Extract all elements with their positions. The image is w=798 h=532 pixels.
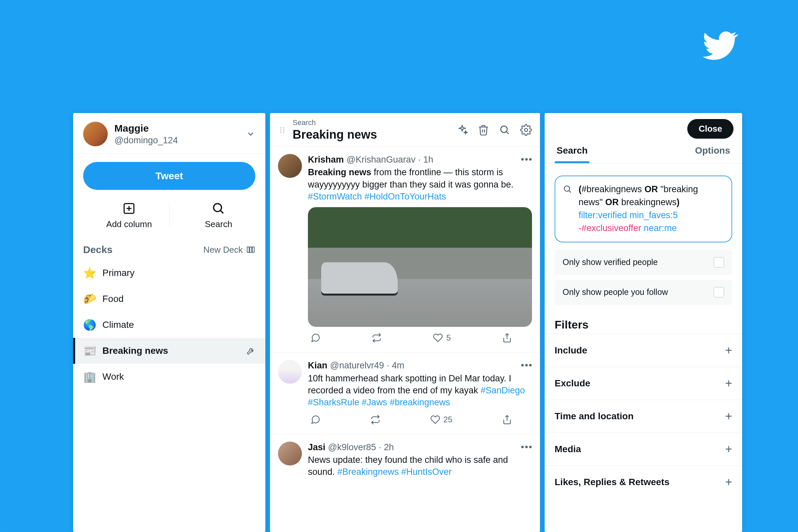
- filter-section-label: Include: [555, 345, 587, 356]
- filter-section-exclude[interactable]: Exclude +: [545, 367, 742, 400]
- search-query-input[interactable]: (#breakingnews OR "breaking news" OR bre…: [555, 175, 732, 242]
- retweet-button[interactable]: [372, 333, 382, 343]
- close-button[interactable]: Close: [687, 119, 734, 139]
- filter-section-time-location[interactable]: Time and location +: [545, 400, 742, 433]
- share-button[interactable]: [502, 415, 512, 424]
- search-icon[interactable]: [499, 124, 511, 136]
- deck-item-label: Primary: [102, 268, 134, 278]
- add-column-label: Add column: [107, 219, 152, 229]
- plus-icon: +: [725, 442, 732, 456]
- add-column-button[interactable]: Add column: [107, 201, 152, 229]
- more-icon[interactable]: •••: [521, 441, 533, 452]
- search-label: Search: [205, 219, 232, 229]
- svg-rect-6: [250, 247, 252, 252]
- search-icon: [211, 201, 226, 216]
- chevron-down-icon[interactable]: [246, 129, 255, 139]
- more-icon[interactable]: •••: [521, 360, 533, 370]
- office-icon: 🏢: [83, 370, 95, 383]
- filters-title: Filters: [545, 309, 742, 334]
- reply-button[interactable]: [310, 415, 321, 424]
- like-button[interactable]: 5: [433, 333, 451, 343]
- search-icon: [563, 184, 573, 194]
- gear-icon[interactable]: [520, 124, 532, 136]
- svg-point-3: [214, 204, 222, 211]
- filter-section-label: Exclude: [555, 378, 590, 389]
- tweet-actions: 25: [308, 408, 532, 431]
- share-button[interactable]: [502, 333, 512, 343]
- svg-line-20: [569, 191, 571, 192]
- deck-item-climate[interactable]: 🌎 Climate: [73, 312, 265, 338]
- filter-section-label: Media: [555, 444, 581, 455]
- deck-item-primary[interactable]: ⭐ Primary: [73, 260, 265, 286]
- profile-name: Maggie: [114, 123, 178, 134]
- tweet[interactable]: Krisham @KrishanGuarav · 1h Breaking new…: [270, 147, 540, 353]
- tweet-media-image[interactable]: [308, 207, 532, 327]
- tweet-text: 10ft hammerhead shark spotting in Del Ma…: [308, 373, 532, 408]
- toggle-verified-people[interactable]: Only show verified people: [555, 250, 732, 275]
- star-icon: ⭐: [83, 267, 95, 279]
- deck-item-work[interactable]: 🏢 Work: [73, 364, 265, 390]
- tab-search[interactable]: Search: [555, 142, 590, 163]
- tweet-text: News update: they found the child who is…: [308, 454, 532, 478]
- tweet[interactable]: Kian @naturelvr49 · 4m 10ft hammerhead s…: [270, 353, 540, 434]
- wrench-icon[interactable]: [246, 346, 255, 356]
- deck-item-label: Food: [102, 293, 124, 304]
- filter-section-include[interactable]: Include +: [545, 334, 742, 367]
- toggle-label: Only show verified people: [563, 258, 658, 267]
- deck-item-label: Work: [102, 372, 124, 382]
- newspaper-icon: 📰: [83, 344, 95, 357]
- drag-handle-icon[interactable]: [278, 126, 287, 134]
- toggle-people-you-follow[interactable]: Only show people you follow: [555, 280, 732, 305]
- svg-point-10: [280, 129, 282, 131]
- new-deck-button[interactable]: New Deck: [204, 245, 255, 255]
- search-options-panel: Close Search Options (#breakingnews OR "…: [545, 113, 742, 532]
- profile-handle: @domingo_124: [114, 135, 178, 146]
- reply-button[interactable]: [310, 333, 321, 343]
- svg-point-16: [525, 129, 528, 132]
- search-button[interactable]: Search: [205, 201, 232, 229]
- deck-item-food[interactable]: 🌮 Food: [73, 286, 265, 312]
- like-count: 25: [443, 415, 453, 424]
- filter-section-media[interactable]: Media +: [545, 433, 742, 466]
- decks-title: Decks: [83, 244, 112, 255]
- tab-options[interactable]: Options: [693, 142, 732, 163]
- svg-point-19: [564, 186, 570, 191]
- svg-point-9: [283, 127, 284, 128]
- tweet-author-handle: @KrishanGuarav: [346, 154, 416, 166]
- plus-icon: +: [725, 376, 732, 391]
- trash-icon[interactable]: [477, 124, 490, 136]
- tweet-time: 1h: [423, 154, 433, 166]
- tweet-author-name: Krisham: [308, 154, 344, 166]
- taco-icon: 🌮: [83, 292, 95, 305]
- like-button[interactable]: 25: [430, 415, 453, 424]
- svg-point-14: [501, 126, 507, 133]
- filter-section-label: Time and location: [555, 411, 634, 422]
- svg-point-8: [280, 127, 282, 128]
- retweet-button[interactable]: [370, 415, 380, 424]
- tweet-author-name: Jasi: [308, 441, 325, 453]
- tweet-text: Breaking news from the frontline — this …: [308, 166, 532, 203]
- more-icon[interactable]: •••: [521, 154, 533, 165]
- tweet[interactable]: Jasi @k9lover85 · 2h News update: they f…: [270, 434, 540, 481]
- filter-section-likes-replies-retweets[interactable]: Likes, Replies & Retweets +: [545, 466, 742, 498]
- checkbox[interactable]: [714, 287, 724, 298]
- tweet-author-handle: @k9lover85: [328, 441, 376, 453]
- add-column-icon: [122, 201, 136, 216]
- query-text: (#breakingnews OR "breaking news" OR bre…: [578, 183, 723, 235]
- avatar: [278, 441, 302, 466]
- feed-header: Search Breaking news: [270, 113, 540, 147]
- columns-icon: [246, 245, 255, 254]
- sparkle-icon[interactable]: [456, 124, 468, 136]
- svg-point-12: [280, 131, 282, 133]
- profile-switcher[interactable]: Maggie @domingo_124: [73, 113, 265, 154]
- plus-icon: +: [725, 409, 732, 423]
- deck-item-breaking-news[interactable]: 📰 Breaking news: [73, 338, 265, 364]
- tweet-author-handle: @naturelvr49: [330, 360, 384, 372]
- svg-point-11: [283, 129, 284, 131]
- tweet-button[interactable]: Tweet: [83, 162, 255, 190]
- twitter-bird-icon: [702, 27, 738, 64]
- checkbox[interactable]: [714, 257, 724, 268]
- svg-rect-7: [252, 247, 254, 252]
- svg-rect-5: [247, 247, 249, 252]
- feed-panel: Search Breaking news Krisham @KrishanGua…: [270, 113, 540, 532]
